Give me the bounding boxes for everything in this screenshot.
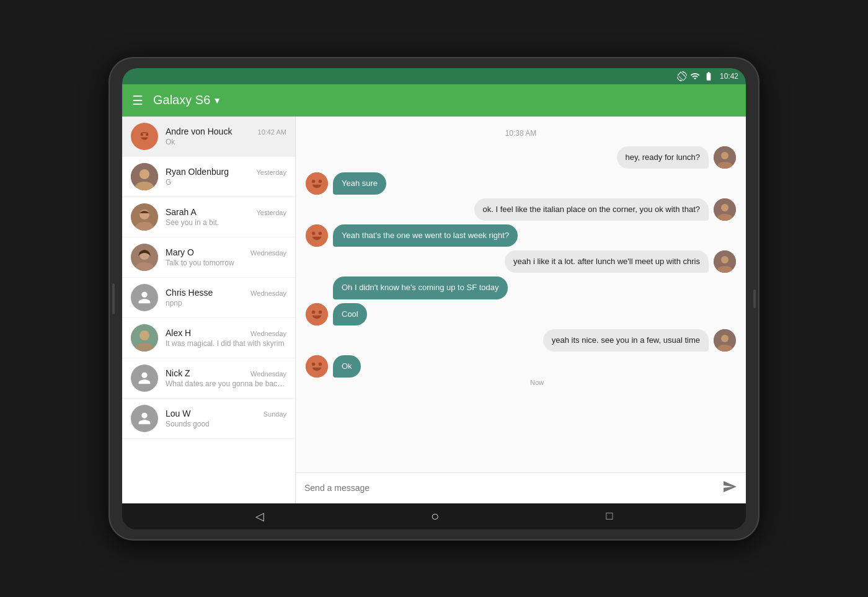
contact-item-andre[interactable]: Andre von Houck 10:42 AM Ok	[122, 117, 295, 157]
contact-time: 10:42 AM	[258, 128, 286, 136]
contact-item-lou[interactable]: Lou W Sunday Sounds good	[122, 399, 295, 439]
message-row: ok. I feel like the italian place on the…	[306, 198, 736, 221]
sender-avatar-icon	[714, 250, 736, 273]
svg-point-13	[306, 172, 328, 195]
contact-time: Wednesday	[250, 249, 286, 257]
contact-name: Lou W	[166, 409, 190, 418]
ryan-avatar	[131, 163, 158, 190]
svg-point-24	[312, 311, 315, 314]
contact-name: Nick Z	[166, 368, 190, 378]
contact-preview: Ok	[166, 138, 286, 146]
svg-point-15	[319, 180, 322, 183]
contact-name: Alex H	[166, 328, 191, 338]
send-button[interactable]	[722, 479, 737, 497]
contact-item-nick[interactable]: Nick Z Wednesday What dates are you gonn…	[122, 358, 295, 399]
contact-item-mary[interactable]: Mary O Wednesday Talk to you tomorrow	[122, 237, 295, 278]
message-row: Cool	[306, 303, 736, 325]
andre-msg-avatar	[306, 355, 328, 378]
contact-item-alex[interactable]: Alex H Wednesday It was magical. I did t…	[122, 318, 295, 358]
nick-avatar-icon	[136, 369, 153, 387]
contact-preview: npnp	[166, 299, 286, 307]
recents-button[interactable]: □	[606, 510, 613, 523]
contact-info-alex: Alex H Wednesday It was magical. I did t…	[166, 328, 286, 348]
contact-time: Sunday	[264, 410, 286, 418]
title-dropdown-icon[interactable]: ▼	[213, 95, 221, 105]
svg-point-17	[721, 204, 728, 211]
message-row: Yeah that's the one we went to last week…	[306, 224, 736, 247]
svg-point-14	[312, 180, 315, 183]
sarah-avatar	[131, 203, 158, 231]
message-bubble: Ok	[333, 355, 361, 378]
contact-item-sarah[interactable]: Sarah A Yesterday See you in a bit.	[122, 197, 295, 237]
app-bar: ☰ Galaxy S6 ▼	[122, 84, 746, 117]
avatar-nick	[131, 365, 158, 392]
message-row: yeah its nice. see you in a few, usual t…	[306, 329, 736, 352]
contact-item-ryan[interactable]: Ryan Oldenburg Yesterday G	[122, 157, 295, 197]
contact-name: Chris Hesse	[166, 288, 213, 298]
svg-point-4	[140, 169, 149, 179]
sender-avatar	[714, 198, 736, 221]
mary-avatar	[131, 244, 158, 271]
contact-info-chris: Chris Hesse Wednesday npnp	[166, 288, 286, 307]
status-bar: 10:42	[122, 68, 746, 84]
svg-point-19	[312, 232, 315, 235]
svg-point-30	[319, 363, 322, 366]
last-message-group: Ok Now	[306, 355, 736, 386]
svg-point-12	[721, 152, 728, 159]
contact-time: Yesterday	[256, 169, 286, 176]
status-time: 10:42	[720, 72, 738, 81]
back-button[interactable]: ◁	[255, 510, 264, 523]
message-row: hey, ready for lunch?	[306, 146, 736, 169]
receiver-avatar	[306, 224, 328, 247]
message-row: Yeah sure	[306, 172, 736, 195]
message-row: Ok	[306, 355, 736, 378]
contact-time: Wednesday	[250, 290, 286, 297]
avatar-lou	[131, 405, 158, 432]
contact-name: Sarah A	[166, 207, 197, 217]
volume-button	[112, 283, 115, 314]
tablet-screen: 10:42 ☰ Galaxy S6 ▼	[122, 68, 746, 529]
contact-time: Yesterday	[256, 209, 286, 216]
svg-point-27	[721, 335, 728, 342]
contact-info-sarah: Sarah A Yesterday See you in a bit.	[166, 207, 286, 227]
svg-point-18	[306, 224, 328, 247]
svg-point-28	[306, 355, 328, 378]
message-bubble: Cool	[333, 303, 367, 325]
avatar-alex	[131, 324, 158, 352]
andre-msg-avatar	[306, 172, 328, 195]
receiver-avatar	[306, 303, 328, 325]
nav-bar: ◁ ○ □	[122, 503, 746, 529]
chris-avatar-icon	[136, 289, 153, 306]
message-time-label: Now	[338, 379, 736, 386]
contact-info-nick: Nick Z Wednesday What dates are you gonn…	[166, 368, 286, 388]
battery-icon	[703, 71, 714, 81]
contact-info-lou: Lou W Sunday Sounds good	[166, 409, 286, 428]
svg-point-10	[140, 330, 149, 340]
svg-point-22	[721, 256, 728, 263]
message-row: Oh I didn't know he's coming up to SF to…	[306, 276, 736, 299]
message-input[interactable]	[304, 483, 715, 493]
contact-info-mary: Mary O Wednesday Talk to you tomorrow	[166, 247, 286, 267]
contact-list: Andre von Houck 10:42 AM Ok	[122, 117, 296, 503]
hamburger-icon[interactable]: ☰	[132, 93, 143, 108]
message-bubble: yeah its nice. see you in a few, usual t…	[543, 329, 709, 352]
andre-msg-avatar	[306, 303, 328, 325]
svg-point-23	[306, 303, 328, 325]
message-bubble: Yeah that's the one we went to last week…	[333, 224, 518, 247]
receiver-avatar	[306, 172, 328, 195]
svg-point-20	[319, 232, 322, 235]
contact-item-chris[interactable]: Chris Hesse Wednesday npnp	[122, 278, 295, 318]
chat-timestamp: 10:38 AM	[306, 129, 736, 138]
sender-avatar-icon	[714, 198, 736, 221]
app-bar-title: Galaxy S6 ▼	[153, 93, 221, 107]
contact-time: Wednesday	[250, 330, 286, 337]
contact-info-ryan: Ryan Oldenburg Yesterday G	[166, 167, 286, 187]
avatar-chris	[131, 284, 158, 311]
message-bubble: hey, ready for lunch?	[617, 146, 709, 169]
contact-preview: Talk to you tomorrow	[166, 259, 286, 267]
home-button[interactable]: ○	[431, 508, 439, 524]
tablet-device: 10:42 ☰ Galaxy S6 ▼	[108, 57, 760, 541]
sender-avatar	[714, 329, 736, 352]
andre-msg-avatar	[306, 224, 328, 247]
main-content: Andre von Houck 10:42 AM Ok	[122, 117, 746, 503]
